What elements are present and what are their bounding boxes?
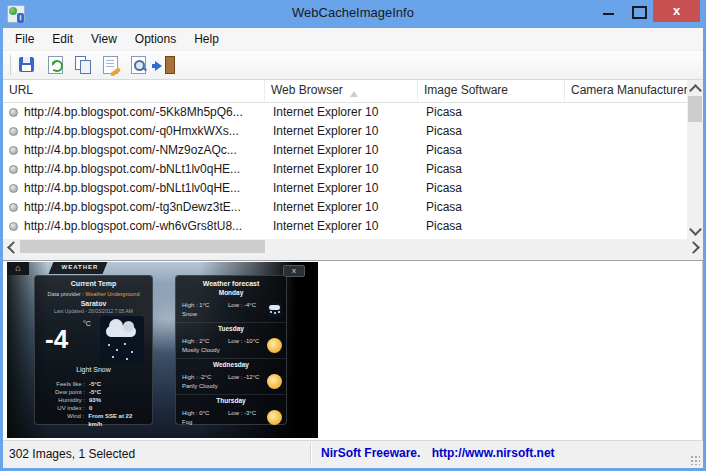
weather-detail-row: Feels like : -5°C	[39, 380, 147, 388]
menu-view[interactable]: View	[82, 28, 126, 50]
resize-grip[interactable]	[690, 455, 700, 465]
image-item-icon	[9, 222, 18, 231]
forecast-weather-icon	[267, 302, 282, 317]
column-header-url[interactable]: URL	[3, 80, 265, 101]
forecast-title: Weather forecast	[176, 280, 286, 287]
table-row[interactable]: http://4.bp.blogspot.com/-NMz9ozAQc... I…	[3, 141, 687, 160]
image-item-icon	[9, 165, 18, 174]
table-row[interactable]: http://4.bp.blogspot.com/-bNLt1lv0qHE...…	[3, 179, 687, 198]
data-provider: Data provider : Weather Underground	[35, 291, 152, 297]
cell-url: http://4.bp.blogspot.com/-wh6vGrs8tU8...	[24, 217, 262, 236]
image-item-icon	[9, 108, 18, 117]
toolbar	[3, 51, 703, 80]
cell-web-browser: Internet Explorer 10	[273, 103, 418, 122]
horizontal-scroll-thumb[interactable]	[20, 240, 265, 253]
maximize-button[interactable]	[623, 0, 653, 22]
menubar: File Edit View Options Help	[3, 28, 703, 51]
sort-ascending-icon	[350, 87, 358, 97]
exit-button[interactable]	[155, 54, 179, 76]
table-row[interactable]: http://4.bp.blogspot.com/-bNLt1lv0qHE...…	[3, 160, 687, 179]
forecast-day: Monday High : 1°C Low : -4°C Snow	[176, 289, 286, 323]
weather-detail-row: UV index : 0	[39, 404, 147, 412]
selected-image-preview[interactable]: ⌂ WEATHER x Current Temp Data provider :…	[7, 262, 318, 438]
refresh-button[interactable]	[43, 54, 67, 76]
preview-close-icon: x	[283, 265, 305, 277]
home-icon: ⌂	[7, 262, 29, 275]
properties-icon	[103, 56, 118, 74]
image-item-icon	[9, 203, 18, 212]
cell-web-browser: Internet Explorer 10	[273, 179, 418, 198]
cell-web-browser: Internet Explorer 10	[273, 141, 418, 160]
forecast-card: Weather forecast Monday High : 1°C Low :…	[175, 275, 287, 425]
table-rows: http://4.bp.blogspot.com/-5Kk8Mh5pQ6... …	[3, 103, 687, 239]
current-temp-card: Current Temp Data provider : Weather Und…	[34, 275, 153, 425]
find-icon	[131, 56, 146, 74]
close-icon: x	[653, 3, 700, 18]
status-divider	[310, 444, 312, 464]
column-header-web-browser[interactable]: Web Browser	[265, 80, 418, 101]
city-name: Saratov	[35, 300, 152, 307]
cell-url: http://4.bp.blogspot.com/-5Kk8Mh5pQ6...	[24, 103, 262, 122]
cell-web-browser: Internet Explorer 10	[273, 122, 418, 141]
cell-image-software: Picasa	[426, 103, 566, 122]
column-header-camera-manufacturer[interactable]: Camera Manufacturer	[565, 80, 687, 101]
weather-detail-row: Wind : From SSE at 22 km/h	[39, 412, 147, 428]
menu-help[interactable]: Help	[185, 28, 228, 50]
horizontal-scrollbar[interactable]	[3, 239, 703, 254]
cell-image-software: Picasa	[426, 217, 566, 236]
current-temperature: -4	[45, 324, 68, 355]
cell-url: http://4.bp.blogspot.com/-bNLt1lv0qHE...	[24, 160, 262, 179]
close-button[interactable]: x	[653, 0, 700, 22]
titlebar[interactable]: i WebCacheImageInfo x	[0, 0, 706, 28]
column-header-image-software[interactable]: Image Software	[418, 80, 565, 101]
cell-image-software: Picasa	[426, 141, 566, 160]
minimize-button[interactable]	[593, 0, 623, 22]
cell-url: http://4.bp.blogspot.com/-NMz9ozAQc...	[24, 141, 262, 160]
list-header: URL Web Browser Image Software Camera Ma…	[3, 80, 703, 103]
image-item-icon	[9, 184, 18, 193]
vertical-scroll-thumb[interactable]	[688, 96, 702, 122]
menu-file[interactable]: File	[6, 28, 43, 50]
nirsoft-link[interactable]: http://www.nirsoft.net	[432, 446, 555, 460]
weather-detail-row: Humidity : 93%	[39, 396, 147, 404]
find-button[interactable]	[127, 54, 151, 76]
weather-tab-label: WEATHER	[53, 264, 107, 270]
cell-image-software: Picasa	[426, 160, 566, 179]
copy-button[interactable]	[71, 54, 95, 76]
properties-button[interactable]	[99, 54, 123, 76]
minimize-icon	[603, 13, 614, 15]
table-row[interactable]: http://4.bp.blogspot.com/-wh6vGrs8tU8...…	[3, 217, 687, 236]
cell-image-software: Picasa	[426, 122, 566, 141]
weather-detail-row: Dew point : -5°C	[39, 388, 147, 396]
temperature-unit: °C	[83, 320, 91, 327]
table-row[interactable]: http://4.bp.blogspot.com/-5Kk8Mh5pQ6... …	[3, 103, 687, 122]
menu-options[interactable]: Options	[126, 28, 185, 50]
forecast-day: Tuesday High : 2°C Low : -10°C Mostly Cl…	[176, 325, 286, 359]
status-brand: NirSoft Freeware. http://www.nirsoft.net	[321, 446, 555, 460]
menu-edit[interactable]: Edit	[43, 28, 82, 50]
forecast-weather-icon	[267, 374, 282, 389]
vertical-scrollbar[interactable]	[687, 80, 703, 239]
current-temp-title: Current Temp	[35, 280, 152, 287]
scroll-up-icon[interactable]	[689, 84, 702, 97]
forecast-day: Thursday High : 0°C Low : -3°C Fog	[176, 397, 286, 430]
scroll-left-icon[interactable]	[7, 241, 20, 254]
cell-image-software: Picasa	[426, 198, 566, 217]
save-button[interactable]	[15, 54, 39, 76]
forecast-days: Monday High : 1°C Low : -4°C Snow Tuesda…	[176, 289, 286, 430]
pane-splitter[interactable]	[3, 254, 703, 261]
table-row[interactable]: http://4.bp.blogspot.com/-q0HmxkWXs... I…	[3, 122, 687, 141]
scroll-down-icon[interactable]	[689, 223, 702, 236]
table-row[interactable]: http://4.bp.blogspot.com/-tg3nDewz3tE...…	[3, 198, 687, 217]
preview-pane: ⌂ WEATHER x Current Temp Data provider :…	[3, 261, 703, 440]
statusbar: 302 Images, 1 Selected NirSoft Freeware.…	[3, 440, 703, 468]
maximize-icon	[632, 6, 647, 19]
weather-details: Feels like : -5°C Dew point : -5°C Humid…	[39, 380, 147, 428]
save-icon	[19, 57, 34, 72]
freeware-label: NirSoft Freeware.	[321, 446, 420, 460]
cell-url: http://4.bp.blogspot.com/-tg3nDewz3tE...	[24, 198, 262, 217]
app-window: i WebCacheImageInfo x File Edit View Opt…	[0, 0, 706, 471]
forecast-weather-icon	[267, 338, 282, 353]
cell-web-browser: Internet Explorer 10	[273, 198, 418, 217]
scroll-right-icon[interactable]	[687, 241, 700, 254]
